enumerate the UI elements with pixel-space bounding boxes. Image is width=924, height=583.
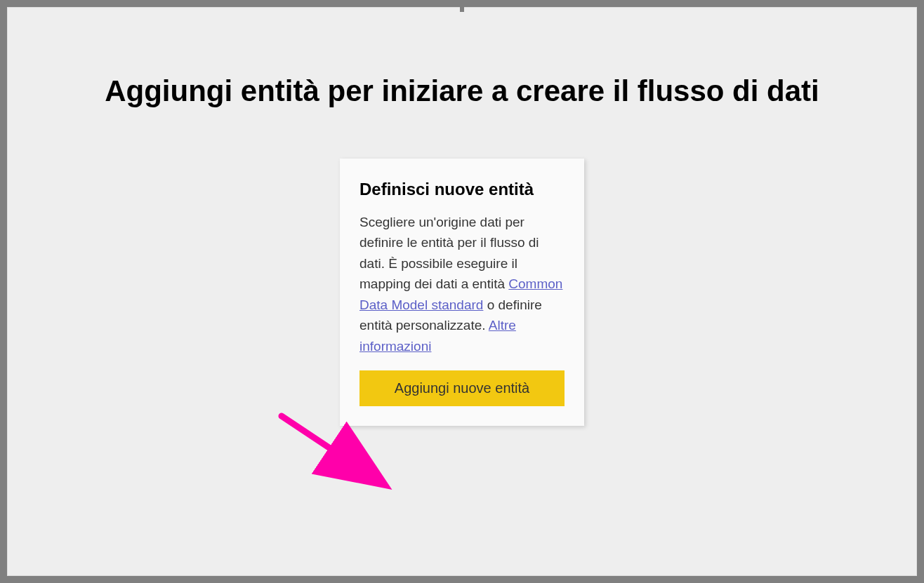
card-title: Definisci nuove entità bbox=[359, 180, 565, 199]
content-frame: Aggiungi entità per iniziare a creare il… bbox=[7, 7, 917, 576]
top-notch-decoration bbox=[460, 1, 464, 12]
page-title: Aggiungi entità per iniziare a creare il… bbox=[8, 8, 916, 108]
add-new-entities-button[interactable]: Aggiungi nuove entità bbox=[359, 370, 565, 406]
define-entities-card: Definisci nuove entità Scegliere un'orig… bbox=[340, 159, 584, 426]
card-description: Scegliere un'origine dati per definire l… bbox=[359, 212, 565, 356]
